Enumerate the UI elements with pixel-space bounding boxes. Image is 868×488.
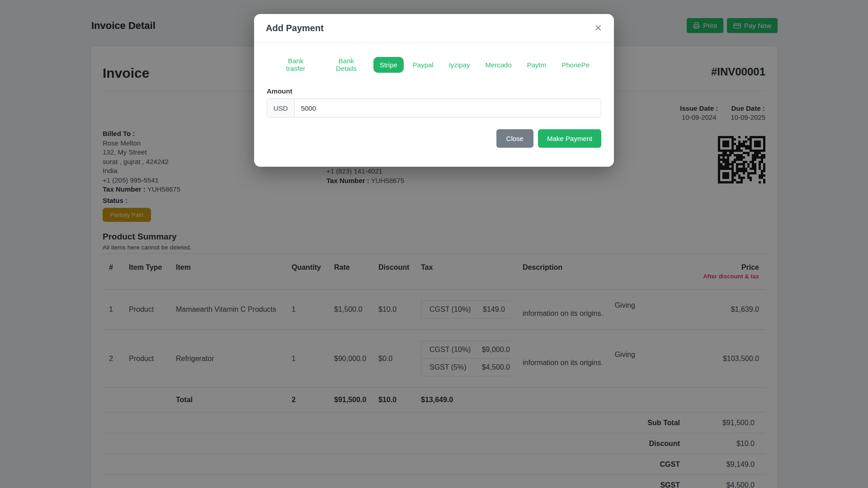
make-payment-button[interactable]: Make Payment <box>538 129 601 148</box>
close-button[interactable]: Close <box>496 129 533 148</box>
tab-phonepe[interactable]: PhonePe <box>555 57 596 73</box>
amount-input-group: USD <box>267 99 601 117</box>
close-icon[interactable]: ✕ <box>594 23 602 33</box>
modal-header: Add Payment ✕ <box>254 14 614 43</box>
amount-input[interactable] <box>295 99 601 117</box>
add-payment-modal: Add Payment ✕ Bank trasfer Bank Details … <box>254 14 614 167</box>
payment-method-tabs: Bank trasfer Bank Details Stripe Paypal … <box>267 53 601 76</box>
tab-bank-details[interactable]: Bank Details <box>322 53 370 76</box>
amount-label: Amount <box>267 87 601 95</box>
tab-mercado[interactable]: Mercado <box>479 57 518 73</box>
tab-bank-transfer[interactable]: Bank trasfer <box>272 53 319 76</box>
tab-iyzipay[interactable]: Iyzipay <box>443 57 476 73</box>
tab-paypal[interactable]: Paypal <box>406 57 440 73</box>
tab-stripe[interactable]: Stripe <box>373 57 404 73</box>
modal-title: Add Payment <box>266 23 324 33</box>
modal-actions: Close Make Payment <box>267 129 601 148</box>
tab-paytm[interactable]: Paytm <box>521 57 553 73</box>
currency-prefix: USD <box>267 99 295 117</box>
modal-body: Bank trasfer Bank Details Stripe Paypal … <box>254 43 614 167</box>
